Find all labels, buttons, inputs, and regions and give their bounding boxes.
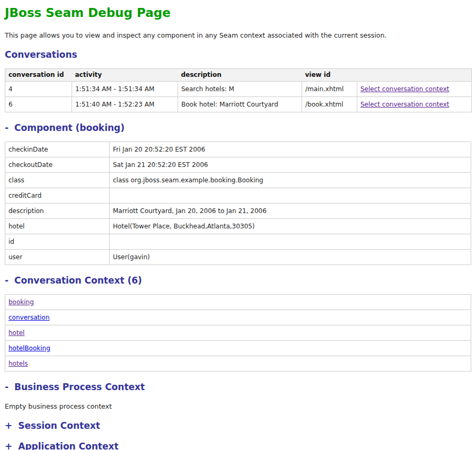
conversations-table: conversation id activity description vie… — [5, 68, 472, 112]
collapse-toggle-icon: - — [5, 276, 8, 286]
component-table: checkinDate Fri Jan 20 20:52:20 EST 2006… — [5, 142, 471, 265]
table-row: checkinDate Fri Jan 20 20:52:20 EST 2006 — [5, 142, 471, 157]
conversation-id-cell: 4 — [5, 82, 72, 97]
context-variable-cell: hotelBooking — [5, 341, 471, 356]
empty-business-process-message: Empty business process context — [5, 402, 471, 410]
conversation-context-heading[interactable]: -Conversation Context (6) — [5, 276, 471, 286]
select-conversation-context-link[interactable]: Select conversation context — [360, 101, 449, 108]
property-value-cell — [110, 188, 471, 204]
property-name-cell: user — [5, 250, 110, 265]
table-row: hotel Hotel(Tower Place, Buckhead,Atlant… — [5, 219, 471, 234]
collapse-toggle-icon: - — [5, 123, 8, 133]
page-title: JBoss Seam Debug Page — [5, 6, 471, 20]
context-variable-link[interactable]: hotel — [8, 329, 24, 337]
conversation-context-label: Conversation Context (6) — [14, 275, 142, 286]
context-variable-link[interactable]: hotels — [8, 360, 28, 367]
property-name-cell: hotel — [5, 219, 110, 234]
application-context-heading[interactable]: +Application Context — [5, 442, 471, 450]
column-header-view-id: view id — [302, 69, 357, 82]
property-value-cell: Sat Jan 21 20:52:20 EST 2006 — [110, 157, 471, 173]
session-context-label: Session Context — [18, 420, 100, 431]
property-value-cell: User(gavin) — [110, 250, 471, 265]
view-id-cell: /main.xhtml — [302, 82, 357, 97]
action-cell: Select conversation context — [357, 97, 472, 112]
conversations-header-row: conversation id activity description vie… — [5, 69, 472, 82]
list-item: hotels — [5, 356, 471, 372]
component-section-heading[interactable]: -Component (booking) — [5, 123, 471, 133]
property-value-cell: class org.jboss.seam.example.booking.Boo… — [110, 173, 471, 188]
list-item: hotelBooking — [5, 341, 471, 356]
session-context-heading[interactable]: +Session Context — [5, 421, 471, 431]
table-row: 4 1:51:34 AM - 1:51:34 AM Search hotels:… — [5, 82, 472, 97]
table-row: checkoutDate Sat Jan 21 20:52:20 EST 200… — [5, 157, 471, 173]
property-value-cell: Fri Jan 20 20:52:20 EST 2006 — [110, 142, 471, 157]
context-variable-link[interactable]: booking — [8, 298, 34, 306]
context-variable-cell: hotels — [5, 356, 471, 372]
property-value-cell: Hotel(Tower Place, Buckhead,Atlanta,3030… — [110, 219, 471, 234]
activity-cell: 1:51:34 AM - 1:51:34 AM — [72, 82, 178, 97]
conversation-id-cell: 6 — [5, 97, 72, 112]
expand-toggle-icon: + — [5, 421, 12, 431]
conversation-context-table: booking conversation hotel hotelBooking … — [5, 294, 471, 372]
property-value-cell: Marriott Courtyard, Jan 20, 2006 to Jan … — [110, 204, 471, 219]
activity-cell: 1:51:40 AM - 1:52:23 AM — [72, 97, 178, 112]
column-header-conversation-id: conversation id — [5, 69, 72, 82]
table-row: class class org.jboss.seam.example.booki… — [5, 173, 471, 188]
application-context-label: Application Context — [18, 441, 118, 450]
select-conversation-context-link[interactable]: Select conversation context — [360, 85, 449, 93]
context-variable-cell: booking — [5, 295, 471, 310]
property-name-cell: id — [5, 234, 110, 250]
view-id-cell: /book.xhtml — [302, 97, 357, 112]
context-variable-cell: conversation — [5, 310, 471, 325]
table-row: description Marriott Courtyard, Jan 20, … — [5, 204, 471, 219]
context-variable-link[interactable]: hotelBooking — [8, 345, 50, 352]
context-variable-link[interactable]: conversation — [8, 314, 50, 321]
property-name-cell: checkoutDate — [5, 157, 110, 173]
intro-text: This page allows you to view and inspect… — [5, 31, 471, 39]
list-item: hotel — [5, 325, 471, 341]
context-variable-cell: hotel — [5, 325, 471, 341]
column-header-action — [357, 69, 472, 82]
collapse-toggle-icon: - — [5, 382, 8, 392]
property-value-cell — [110, 234, 471, 250]
table-row: 6 1:51:40 AM - 1:52:23 AM Book hotel: Ma… — [5, 97, 472, 112]
component-section-label: Component (booking) — [14, 122, 125, 133]
table-row: creditCard — [5, 188, 471, 204]
expand-toggle-icon: + — [5, 442, 12, 450]
action-cell: Select conversation context — [357, 82, 472, 97]
business-process-context-heading[interactable]: -Business Process Context — [5, 382, 471, 392]
property-name-cell: checkinDate — [5, 142, 110, 157]
property-name-cell: class — [5, 173, 110, 188]
list-item: conversation — [5, 310, 471, 325]
business-process-context-label: Business Process Context — [14, 382, 145, 392]
list-item: booking — [5, 295, 471, 310]
table-row: user User(gavin) — [5, 250, 471, 265]
description-cell: Search hotels: M — [178, 82, 302, 97]
table-row: id — [5, 234, 471, 250]
column-header-activity: activity — [72, 69, 178, 82]
description-cell: Book hotel: Marriott Courtyard — [178, 97, 302, 112]
property-name-cell: description — [5, 204, 110, 219]
conversations-heading: Conversations — [5, 50, 471, 60]
column-header-description: description — [178, 69, 302, 82]
property-name-cell: creditCard — [5, 188, 110, 204]
